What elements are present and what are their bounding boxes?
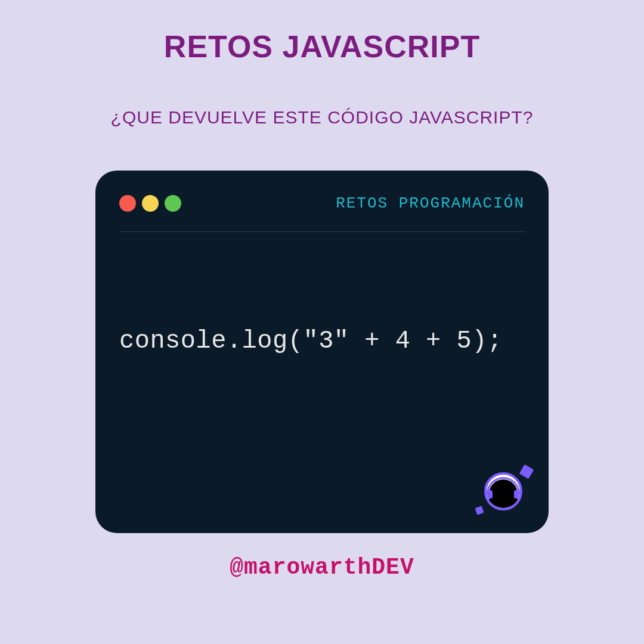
page-title: RETOS JAVASCRIPT [164,29,480,64]
code-line: console.log("3" + 4 + 5); [119,327,503,355]
code-window: RETOS PROGRAMACIÓN console.log("3" + 4 +… [95,171,549,533]
divider [119,231,525,232]
window-header: RETOS PROGRAMACIÓN [119,194,525,212]
close-icon [119,195,136,212]
code-body: console.log("3" + 4 + 5); [119,238,525,515]
author-handle: @marowarthDEV [230,555,414,580]
window-controls [119,195,181,212]
window-label: RETOS PROGRAMACIÓN [336,194,525,212]
maximize-icon [165,195,181,212]
minimize-icon [142,195,159,212]
avatar [479,467,527,515]
page-subtitle: ¿QUE DEVUELVE ESTE CÓDIGO JAVASCRIPT? [111,107,534,128]
